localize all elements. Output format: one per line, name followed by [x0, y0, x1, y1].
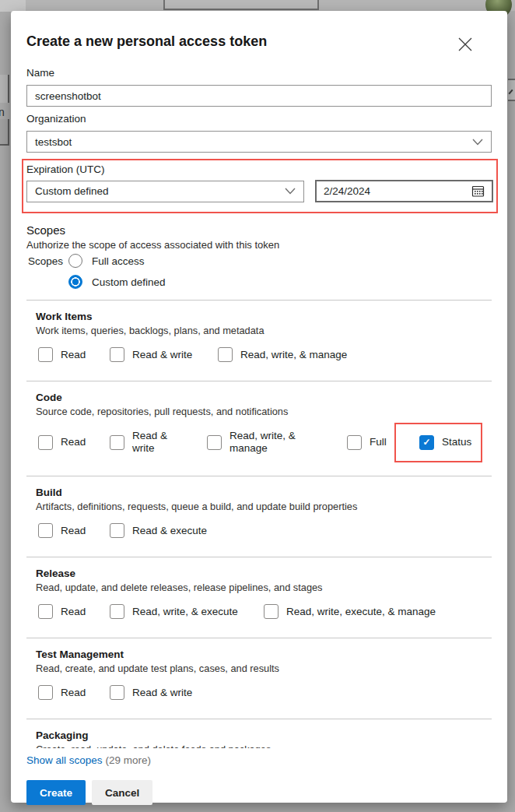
section-description: Source code, repositories, pull requests…: [36, 406, 492, 418]
checkbox-icon[interactable]: [110, 347, 124, 362]
checkbox-option[interactable]: Read: [38, 435, 110, 450]
checkbox-icon[interactable]: [38, 523, 53, 538]
name-label: Name: [26, 67, 492, 79]
checkbox-option[interactable]: Read, write, & manage: [218, 347, 347, 362]
checkbox-icon[interactable]: [38, 435, 53, 450]
name-input[interactable]: [26, 85, 492, 107]
organization-label: Organization: [26, 113, 492, 125]
checkbox-label: Read, write, & manage: [240, 349, 347, 361]
checkbox-option[interactable]: Read & write: [110, 430, 207, 455]
section-description: Work items, queries, backlogs, plans, an…: [36, 325, 492, 337]
create-button[interactable]: Create: [26, 780, 86, 805]
checkbox-label: Read & write: [132, 687, 192, 699]
checkbox-icon[interactable]: [110, 435, 124, 450]
scope-sections: Work Items Work items, queries, backlogs…: [26, 300, 492, 748]
section-test-management: Test Management Read, create, and update…: [26, 638, 492, 719]
expiration-preset-select[interactable]: Custom defined: [26, 181, 304, 202]
section-title: Release: [36, 568, 492, 580]
radio-selected-icon[interactable]: [68, 275, 82, 289]
checkbox-label: Read: [61, 436, 86, 448]
show-all-scopes-link[interactable]: Show all scopes: [26, 754, 103, 766]
scopes-description: Authorize the scope of access associated…: [26, 239, 492, 251]
section-description: Read, update, and delete releases, relea…: [36, 582, 492, 594]
expiration-annotation-box: Expiration (UTC) Custom defined: [22, 159, 498, 213]
section-work-items: Work Items Work items, queries, backlogs…: [26, 300, 492, 381]
checkbox-label: Read & execute: [132, 525, 207, 537]
section-description-clipped: Create, read, update, and delete feeds a…: [36, 743, 492, 748]
section-title: Test Management: [36, 649, 492, 661]
checkbox-label: Read, write, execute, & manage: [286, 606, 436, 618]
checkbox-label: Read: [61, 606, 86, 618]
cancel-button[interactable]: Cancel: [92, 780, 152, 805]
expiration-date-input[interactable]: [324, 185, 433, 197]
checkbox-option[interactable]: Read: [38, 523, 110, 538]
checkbox-option[interactable]: Read, write, & manage: [207, 430, 347, 455]
checkbox-checked-icon[interactable]: [419, 435, 434, 450]
checkbox-icon[interactable]: [110, 685, 124, 700]
checkbox-icon[interactable]: [218, 347, 233, 362]
background-patch: [0, 0, 26, 12]
background-field-fragment: [0, 75, 9, 103]
checkbox-option-status-highlighted[interactable]: Status: [394, 423, 482, 462]
more-scopes-count: (29 more): [106, 754, 152, 766]
checkbox-label: Read: [61, 525, 86, 537]
section-title: Packaging: [36, 729, 492, 742]
checkbox-icon[interactable]: [38, 604, 53, 619]
chevron-down-icon: [472, 139, 483, 146]
checkbox-icon[interactable]: [207, 435, 222, 450]
section-packaging: Packaging Create, read, update, and dele…: [26, 719, 492, 748]
dialog-title: Create a new personal access token: [26, 33, 492, 50]
radio-label: Full access: [92, 255, 145, 267]
section-title: Code: [36, 392, 492, 404]
checkbox-option[interactable]: Read & write: [110, 685, 192, 700]
expiration-date-field[interactable]: [315, 180, 493, 202]
section-release: Release Read, update, and delete release…: [26, 557, 492, 638]
checkbox-option[interactable]: Read: [38, 347, 110, 362]
checkbox-option[interactable]: Read & execute: [110, 523, 207, 538]
checkbox-icon[interactable]: [110, 523, 124, 538]
checkbox-label: Status: [442, 436, 471, 448]
organization-value: testsbot: [35, 136, 72, 148]
close-icon: [456, 35, 476, 54]
checkbox-label: Full: [370, 436, 387, 448]
checkbox-label: Read & write: [132, 430, 176, 455]
checkbox-icon[interactable]: [110, 604, 124, 619]
background-search-box: [163, 0, 319, 10]
section-code: Code Source code, repositories, pull req…: [26, 381, 492, 476]
checkbox-option[interactable]: Read, write, execute, & manage: [264, 604, 436, 619]
expiration-preset-value: Custom defined: [35, 185, 109, 197]
checkbox-label: Read, write, & manage: [229, 430, 311, 455]
radio-icon[interactable]: [68, 254, 82, 268]
organization-select[interactable]: testsbot: [26, 131, 492, 153]
checkbox-option[interactable]: Read, write, & execute: [110, 604, 264, 619]
section-title: Work Items: [36, 311, 492, 323]
checkbox-label: Read, write, & execute: [132, 606, 238, 618]
checkbox-icon[interactable]: [38, 685, 53, 700]
create-pat-dialog: Create a new personal access token Name …: [11, 11, 507, 803]
checkbox-option[interactable]: Read & write: [110, 347, 218, 362]
section-build: Build Artifacts, definitions, requests, …: [26, 476, 492, 557]
scopes-group-label: Scopes: [28, 254, 67, 289]
checkbox-option[interactable]: Read: [38, 604, 110, 619]
checkbox-label: Read & write: [132, 349, 192, 361]
calendar-icon[interactable]: [471, 185, 485, 198]
close-button[interactable]: [456, 34, 476, 54]
radio-full-access[interactable]: Full access: [68, 254, 166, 268]
checkbox-icon[interactable]: [38, 347, 53, 362]
chevron-down-icon: [285, 188, 296, 195]
radio-label: Custom defined: [92, 276, 166, 288]
section-description: Artifacts, definitions, requests, queue …: [36, 501, 492, 513]
section-title: Build: [36, 487, 492, 499]
section-description: Read, create, and update test plans, cas…: [36, 663, 492, 675]
checkbox-icon[interactable]: [347, 435, 362, 450]
checkbox-option[interactable]: Read: [38, 685, 110, 700]
scopes-radio-group: Scopes Full access Custom defined: [26, 254, 492, 289]
expiration-label: Expiration (UTC): [26, 163, 493, 176]
background-text-fragment: n: [0, 106, 5, 118]
checkbox-label: Read: [61, 349, 86, 361]
scopes-heading: Scopes: [26, 223, 492, 237]
checkbox-label: Read: [61, 687, 86, 699]
checkbox-icon[interactable]: [264, 604, 279, 619]
background-field-fragment: [0, 119, 9, 146]
radio-custom-defined[interactable]: Custom defined: [68, 275, 166, 289]
